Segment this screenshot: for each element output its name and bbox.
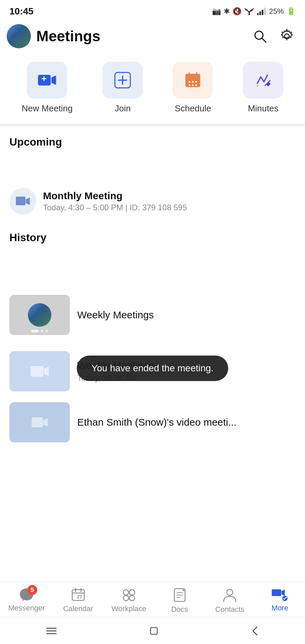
- svg-text:27: 27: [77, 594, 82, 599]
- svg-rect-28: [32, 417, 43, 427]
- meeting-icon: [9, 188, 36, 215]
- battery-icon: 🔋: [287, 7, 296, 16]
- app-header: Meetings: [0, 20, 305, 55]
- avatar[interactable]: [7, 24, 31, 48]
- history-thumb-2: [9, 351, 70, 391]
- workplace-label: Workplace: [112, 604, 146, 613]
- back-button[interactable]: [244, 622, 266, 640]
- battery-text: 25%: [269, 7, 284, 16]
- app-title: Meetings: [36, 28, 100, 45]
- history-item-1[interactable]: Weekly Meetings: [0, 289, 305, 340]
- meeting-info: Monthly Meeting Today, 4:30 – 5:00 PM | …: [43, 190, 296, 212]
- messenger-icon: 5: [19, 588, 34, 601]
- svg-point-21: [195, 81, 197, 83]
- camera-icon: [30, 363, 49, 379]
- svg-point-37: [129, 595, 135, 601]
- contacts-label: Contacts: [215, 605, 245, 614]
- meeting-subtitle: Today, 4:30 – 5:00 PM | ID: 379 108 595: [43, 203, 296, 212]
- join-button[interactable]: [102, 62, 143, 99]
- svg-point-20: [192, 81, 194, 83]
- new-meeting-button[interactable]: [27, 62, 67, 99]
- svg-point-24: [195, 85, 197, 86]
- messenger-badge: 5: [27, 585, 37, 595]
- toast-notification: You have ended the meeting.: [77, 356, 228, 381]
- video-status-icon: 📷: [212, 7, 221, 16]
- minutes-button[interactable]: [243, 62, 283, 99]
- action-grid: New Meeting Join: [0, 55, 305, 124]
- svg-rect-26: [16, 197, 26, 205]
- svg-rect-43: [272, 589, 281, 596]
- history-spacer: [0, 249, 305, 289]
- more-label: More: [271, 604, 288, 612]
- svg-rect-4: [264, 8, 266, 15]
- upcoming-empty-space: [0, 154, 305, 180]
- settings-button[interactable]: [278, 28, 296, 45]
- svg-rect-16: [185, 76, 200, 78]
- nav-messenger[interactable]: 5 Messenger: [8, 588, 45, 614]
- svg-point-36: [123, 595, 129, 601]
- system-nav: [0, 617, 305, 644]
- svg-point-19: [189, 81, 190, 83]
- history-thumb-1: [9, 295, 70, 335]
- history-info-3: Ethan Smith (Snow)'s video meeti...: [77, 417, 296, 428]
- svg-rect-10: [44, 76, 45, 81]
- mute-icon: 🔇: [232, 7, 242, 16]
- join-label: Join: [115, 103, 131, 114]
- schedule-label: Schedule: [175, 103, 211, 114]
- upcoming-section-header: Upcoming: [0, 126, 305, 154]
- recent-apps-button[interactable]: [39, 622, 64, 640]
- more-icon: [271, 588, 288, 601]
- messenger-label: Messenger: [8, 604, 45, 612]
- history-title-1: Weekly Meetings: [77, 309, 296, 321]
- search-button[interactable]: [251, 28, 269, 45]
- nav-more[interactable]: More: [263, 588, 297, 614]
- svg-rect-1: [257, 13, 259, 15]
- docs-icon: [173, 588, 186, 602]
- history-thumb-3: [9, 402, 70, 442]
- history-info-1: Weekly Meetings: [77, 309, 296, 321]
- action-new-meeting[interactable]: New Meeting: [22, 62, 73, 114]
- workplace-icon: [122, 588, 136, 602]
- bottom-nav: 5 Messenger 27 Calendar Workplace: [0, 582, 305, 617]
- svg-point-34: [123, 590, 129, 595]
- signal-icon: [257, 8, 266, 15]
- status-icons: 📷 ✱ 🔇 25% 🔋: [212, 7, 296, 16]
- schedule-button[interactable]: [173, 62, 213, 99]
- nav-contacts[interactable]: Contacts: [213, 588, 247, 614]
- toast-text: You have ended the meeting.: [91, 363, 213, 373]
- monthly-meeting-item[interactable]: Monthly Meeting Today, 4:30 – 5:00 PM | …: [0, 180, 305, 222]
- contacts-icon: [223, 588, 236, 602]
- section-divider-1: [0, 124, 305, 126]
- nav-docs[interactable]: Docs: [163, 588, 197, 614]
- header-actions: [251, 28, 296, 45]
- new-meeting-label: New Meeting: [22, 103, 73, 114]
- wifi-icon: [244, 8, 254, 15]
- svg-point-22: [189, 85, 190, 86]
- minutes-label: Minutes: [248, 103, 278, 114]
- calendar-label: Calendar: [63, 604, 93, 613]
- svg-rect-48: [150, 628, 157, 634]
- home-button[interactable]: [141, 622, 167, 640]
- svg-point-23: [192, 85, 194, 86]
- svg-point-42: [227, 589, 233, 595]
- history-section-header: History: [0, 222, 305, 249]
- history-title-3: Ethan Smith (Snow)'s video meeti...: [77, 417, 296, 428]
- bluetooth-icon: ✱: [224, 7, 230, 16]
- action-join[interactable]: Join: [102, 62, 143, 114]
- video-icon-3: [31, 415, 48, 429]
- action-minutes[interactable]: Minutes: [243, 62, 283, 114]
- nav-calendar[interactable]: 27 Calendar: [61, 588, 95, 614]
- status-bar: 10:45 📷 ✱ 🔇 25% 🔋: [0, 0, 305, 20]
- svg-point-0: [248, 13, 250, 15]
- history-item-3[interactable]: Ethan Smith (Snow)'s video meeti...: [0, 397, 305, 448]
- svg-rect-2: [259, 11, 261, 15]
- svg-rect-27: [31, 366, 43, 377]
- status-time: 10:45: [9, 6, 34, 17]
- docs-label: Docs: [171, 605, 188, 614]
- svg-point-35: [129, 590, 135, 595]
- calendar-icon: 27: [71, 588, 85, 602]
- svg-line-6: [262, 38, 266, 42]
- svg-rect-3: [262, 10, 263, 15]
- nav-workplace[interactable]: Workplace: [112, 588, 146, 614]
- action-schedule[interactable]: Schedule: [173, 62, 213, 114]
